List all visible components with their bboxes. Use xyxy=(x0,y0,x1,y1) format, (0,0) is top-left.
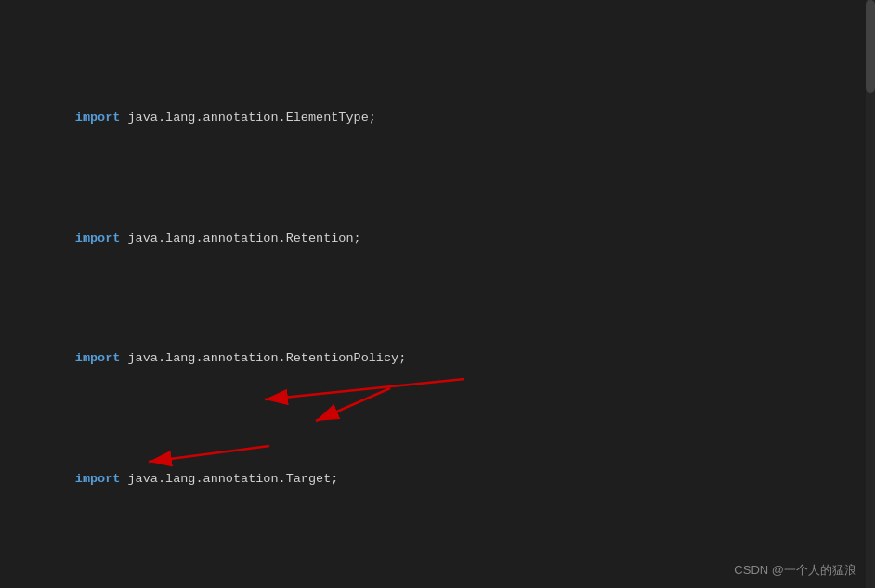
code-line-2: import java.lang.annotation.Retention; xyxy=(7,208,875,268)
code-text: java.lang.annotation.Target; xyxy=(120,472,338,486)
watermark: CSDN @一个人的猛浪 xyxy=(734,562,856,579)
code-text: java.lang.annotation.RetentionPolicy; xyxy=(120,351,406,365)
keyword-import: import xyxy=(75,231,121,245)
code-line-3: import java.lang.annotation.RetentionPol… xyxy=(7,329,875,389)
scrollbar-thumb[interactable] xyxy=(866,0,875,93)
keyword-import: import xyxy=(75,111,121,124)
code-line-1: import java.lang.annotation.ElementType; xyxy=(7,87,875,148)
code-editor: import java.lang.annotation.ElementType;… xyxy=(0,0,875,588)
scrollbar[interactable] xyxy=(866,0,875,588)
code-content: import java.lang.annotation.ElementType;… xyxy=(0,0,875,588)
code-line-4: import java.lang.annotation.Target; xyxy=(7,449,875,509)
keyword-import: import xyxy=(75,472,121,486)
code-text: java.lang.annotation.ElementType; xyxy=(120,111,375,124)
code-text: java.lang.annotation.Retention; xyxy=(120,231,360,245)
keyword-import: import xyxy=(75,351,121,365)
